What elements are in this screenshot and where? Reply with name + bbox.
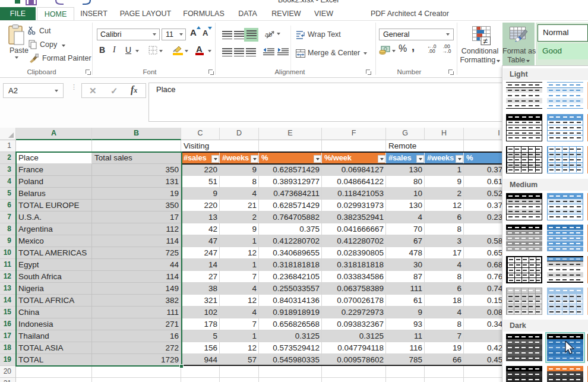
svg-text:≠: ≠ (483, 36, 488, 46)
